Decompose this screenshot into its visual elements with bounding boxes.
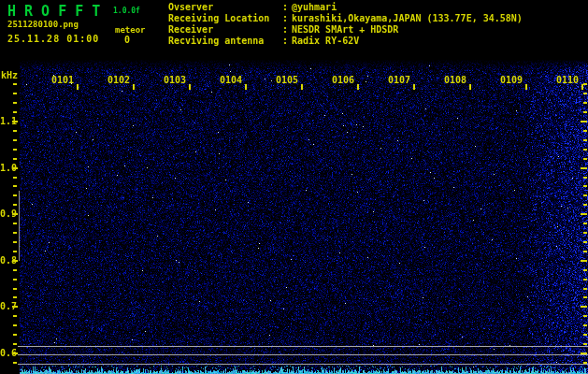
axes-overlay: kHz1.11.00.90.80.70.60101010201030104010… bbox=[0, 0, 588, 374]
y-tick-major bbox=[12, 306, 18, 308]
observer-info-block: Ovserver:@yuhmariReceiving Location:kura… bbox=[168, 2, 523, 47]
carrier-line bbox=[18, 354, 588, 355]
y-tick-minor-right bbox=[583, 232, 587, 234]
x-tick-label: 0105 bbox=[276, 75, 298, 85]
y-tick-minor bbox=[13, 232, 17, 234]
y-tick-minor-right bbox=[583, 194, 587, 196]
hrofft-window: kHz1.11.00.90.80.70.60101010201030104010… bbox=[0, 0, 588, 374]
y-tick-minor bbox=[13, 83, 17, 85]
meteor-count-value: 0 bbox=[124, 35, 130, 45]
y-tick-minor bbox=[13, 130, 17, 132]
observer-info-row: Ovserver:@yuhmari bbox=[168, 2, 523, 13]
y-tick-minor bbox=[13, 139, 17, 141]
info-separator: : bbox=[282, 36, 292, 47]
y-tick-minor-right bbox=[583, 296, 587, 298]
y-tick-minor-right bbox=[583, 324, 587, 326]
y-tick-minor bbox=[13, 269, 17, 271]
y-tick-minor-right bbox=[583, 149, 587, 151]
info-value: @yuhmari bbox=[292, 2, 337, 12]
carrier-line bbox=[18, 364, 588, 365]
y-tick-minor bbox=[13, 241, 17, 243]
x-tick-mark bbox=[189, 84, 191, 90]
info-label: Ovserver bbox=[168, 2, 282, 13]
y-tick-minor bbox=[13, 111, 17, 113]
y-tick-minor-right bbox=[583, 223, 587, 224]
y-tick-major bbox=[12, 213, 18, 215]
x-tick-mark bbox=[245, 84, 247, 90]
y-tick-minor bbox=[13, 177, 17, 179]
y-tick-major-right bbox=[581, 306, 587, 308]
y-tick-major bbox=[12, 260, 18, 262]
y-tick-minor-right bbox=[583, 130, 587, 132]
info-separator: : bbox=[282, 13, 292, 24]
app-title: H R O F F T bbox=[7, 3, 100, 20]
y-tick-major-right bbox=[581, 260, 587, 262]
info-label: Recviving antenna bbox=[168, 36, 282, 47]
info-value: NESDR SMArt + HDSDR bbox=[292, 24, 398, 35]
y-tick-minor-right bbox=[583, 251, 587, 252]
info-label: Receiver bbox=[168, 24, 282, 36]
y-tick-major-right bbox=[581, 121, 587, 122]
y-tick-minor bbox=[13, 279, 17, 280]
x-tick-mark bbox=[77, 84, 79, 90]
y-tick-minor bbox=[13, 158, 17, 160]
y-tick-major bbox=[12, 167, 18, 169]
frequency-marker-line bbox=[19, 191, 20, 261]
y-tick-minor-right bbox=[583, 241, 587, 243]
y-tick-minor-right bbox=[583, 111, 587, 113]
info-separator: : bbox=[282, 2, 292, 13]
x-tick-mark bbox=[413, 84, 415, 90]
observer-info-row: Receiver:NESDR SMArt + HDSDR bbox=[168, 24, 523, 36]
y-tick-minor bbox=[13, 362, 17, 364]
x-tick-label: 0102 bbox=[108, 75, 130, 85]
x-tick-mark bbox=[581, 84, 583, 90]
x-tick-mark bbox=[133, 84, 135, 90]
y-tick-minor-right bbox=[583, 177, 587, 179]
y-tick-minor bbox=[13, 102, 17, 104]
y-tick-minor bbox=[13, 296, 17, 298]
y-tick-minor bbox=[13, 334, 17, 336]
y-tick-minor-right bbox=[583, 343, 587, 345]
y-tick-minor-right bbox=[583, 288, 587, 290]
y-tick-minor-right bbox=[583, 315, 587, 317]
x-tick-mark bbox=[469, 84, 471, 90]
y-tick-minor bbox=[13, 93, 17, 94]
y-tick-minor-right bbox=[583, 279, 587, 280]
info-label: Receiving Location bbox=[168, 13, 282, 24]
y-tick-major-right bbox=[581, 213, 587, 215]
y-tick-major bbox=[12, 121, 18, 122]
y-tick-minor bbox=[13, 343, 17, 345]
y-tick-minor bbox=[13, 204, 17, 206]
y-tick-minor-right bbox=[583, 204, 587, 206]
x-tick-mark bbox=[301, 84, 303, 90]
app-version: 1.0.0f bbox=[113, 7, 140, 15]
x-tick-label: 0106 bbox=[332, 75, 354, 85]
y-tick-minor bbox=[13, 194, 17, 196]
y-tick-major-right bbox=[581, 167, 587, 169]
y-tick-minor bbox=[13, 185, 17, 187]
x-tick-label: 0107 bbox=[388, 75, 410, 85]
y-tick-minor bbox=[13, 223, 17, 224]
y-tick-minor bbox=[13, 315, 17, 317]
x-tick-label: 0101 bbox=[51, 75, 74, 85]
y-tick-minor-right bbox=[583, 334, 587, 336]
x-tick-label: 0108 bbox=[444, 75, 466, 85]
y-tick-minor bbox=[13, 324, 17, 326]
y-tick-minor-right bbox=[583, 93, 587, 94]
output-filename: 2511280100.png bbox=[7, 20, 79, 29]
observer-info-row: Receiving Location:kurashiki,Okayama,JAP… bbox=[168, 13, 523, 24]
y-tick-minor bbox=[13, 251, 17, 252]
info-value: Radix RY-62V bbox=[292, 36, 359, 46]
carrier-line bbox=[18, 346, 588, 347]
x-tick-label: 0103 bbox=[164, 75, 186, 85]
x-tick-label: 0104 bbox=[220, 75, 242, 85]
x-tick-label: 0109 bbox=[500, 75, 523, 85]
observer-info-row: Recviving antenna:Radix RY-62V bbox=[168, 36, 523, 47]
x-tick-mark bbox=[525, 84, 527, 90]
y-tick-minor-right bbox=[583, 185, 587, 187]
y-tick-minor-right bbox=[583, 83, 587, 85]
y-tick-minor-right bbox=[583, 269, 587, 271]
y-tick-minor-right bbox=[583, 158, 587, 160]
observation-datetime: 25.11.28 01:00 bbox=[7, 34, 99, 44]
y-tick-minor bbox=[13, 149, 17, 151]
